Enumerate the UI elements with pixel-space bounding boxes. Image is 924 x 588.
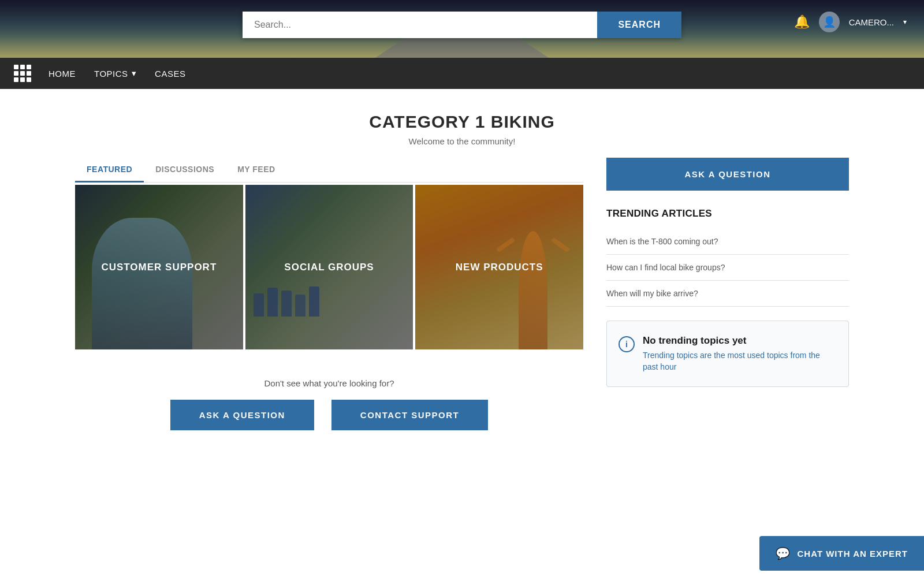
victory-decoration xyxy=(500,218,567,349)
search-bar: SEARCH xyxy=(243,12,681,38)
bell-icon[interactable]: 🔔 xyxy=(794,14,810,29)
chevron-down-icon: ▾ xyxy=(132,68,137,79)
nav-item-cases[interactable]: CASES xyxy=(155,59,185,88)
grid-dot xyxy=(14,77,18,82)
nav-bar: HOME TOPICS ▾ CASES xyxy=(0,58,924,89)
no-trending-title: No trending topics yet xyxy=(643,335,837,347)
trending-article-1[interactable]: When is the T-800 coming out? xyxy=(606,229,849,255)
left-section: FEATURED DISCUSSIONS MY FEED CUSTOMER SU… xyxy=(75,158,583,448)
footer-cta: Don't see what you're looking for? ASK A… xyxy=(75,349,583,448)
main-content: CATEGORY 1 BIKING Welcome to the communi… xyxy=(58,89,866,448)
search-input[interactable] xyxy=(243,12,597,38)
card-customer-support[interactable]: CUSTOMER SUPPORT xyxy=(75,185,243,349)
footer-cta-text: Don't see what you're looking for? xyxy=(75,378,583,388)
nav-topics-label: TOPICS xyxy=(94,69,128,79)
page-title: CATEGORY 1 BIKING xyxy=(75,112,849,132)
page-title-section: CATEGORY 1 BIKING Welcome to the communi… xyxy=(75,89,849,158)
tab-discussions[interactable]: DISCUSSIONS xyxy=(144,158,226,183)
contact-support-button[interactable]: CONTACT SUPPORT xyxy=(331,400,488,430)
trending-section: TRENDING ARTICLES When is the T-800 comi… xyxy=(606,208,849,307)
card-new-products[interactable]: NEW PRODUCTS xyxy=(415,185,583,349)
header-banner: SEARCH 🔔 👤 CAMERO... ▾ xyxy=(0,0,924,58)
grid-dot xyxy=(27,65,31,69)
search-button[interactable]: SEARCH xyxy=(597,12,681,38)
grid-dot xyxy=(20,71,25,76)
card-social-label: SOCIAL GROUPS xyxy=(284,262,374,273)
nav-item-topics[interactable]: TOPICS ▾ xyxy=(94,59,136,88)
page-subtitle: Welcome to the community! xyxy=(75,136,849,146)
card-customer-label: CUSTOMER SUPPORT xyxy=(101,262,217,273)
avatar[interactable]: 👤 xyxy=(819,12,840,32)
grid-dot xyxy=(20,65,25,69)
tab-featured[interactable]: FEATURED xyxy=(75,158,144,183)
content-layout: FEATURED DISCUSSIONS MY FEED CUSTOMER SU… xyxy=(75,158,849,448)
username-label[interactable]: CAMERO... xyxy=(849,17,894,27)
grid-dot xyxy=(27,77,31,82)
grid-dot xyxy=(20,77,25,82)
no-trending-desc: Trending topics are the most used topics… xyxy=(643,350,837,373)
nav-item-home[interactable]: HOME xyxy=(49,59,76,88)
trending-article-2[interactable]: How can I find local bike groups? xyxy=(606,255,849,281)
trending-title: TRENDING ARTICLES xyxy=(606,208,849,219)
right-sidebar: ASK A QUESTION TRENDING ARTICLES When is… xyxy=(606,158,849,387)
chevron-down-icon[interactable]: ▾ xyxy=(903,18,907,26)
grid-dot xyxy=(27,71,31,76)
ask-question-sidebar-button[interactable]: ASK A QUESTION xyxy=(606,158,849,191)
ask-question-footer-button[interactable]: ASK A QUESTION xyxy=(170,400,314,430)
avatar-icon: 👤 xyxy=(823,16,836,28)
tabs-bar: FEATURED DISCUSSIONS MY FEED xyxy=(75,158,583,183)
card-social-groups[interactable]: SOCIAL GROUPS xyxy=(245,185,413,349)
tab-myfeed[interactable]: MY FEED xyxy=(226,158,286,183)
cards-grid: CUSTOMER SUPPORT SOCIAL GROUPS xyxy=(75,185,583,349)
grid-dot xyxy=(14,71,18,76)
person-decoration xyxy=(92,218,192,349)
trending-article-3[interactable]: When will my bike arrive? xyxy=(606,281,849,307)
card-products-label: NEW PRODUCTS xyxy=(456,262,543,273)
footer-cta-buttons: ASK A QUESTION CONTACT SUPPORT xyxy=(75,400,583,430)
no-trending-content: No trending topics yet Trending topics a… xyxy=(643,335,837,373)
no-trending-box: i No trending topics yet Trending topics… xyxy=(606,321,849,387)
info-icon: i xyxy=(619,336,635,352)
grid-dot xyxy=(14,65,18,69)
user-area: 🔔 👤 CAMERO... ▾ xyxy=(794,12,907,32)
grid-icon[interactable] xyxy=(14,65,31,82)
cyclists-decoration xyxy=(254,286,319,317)
